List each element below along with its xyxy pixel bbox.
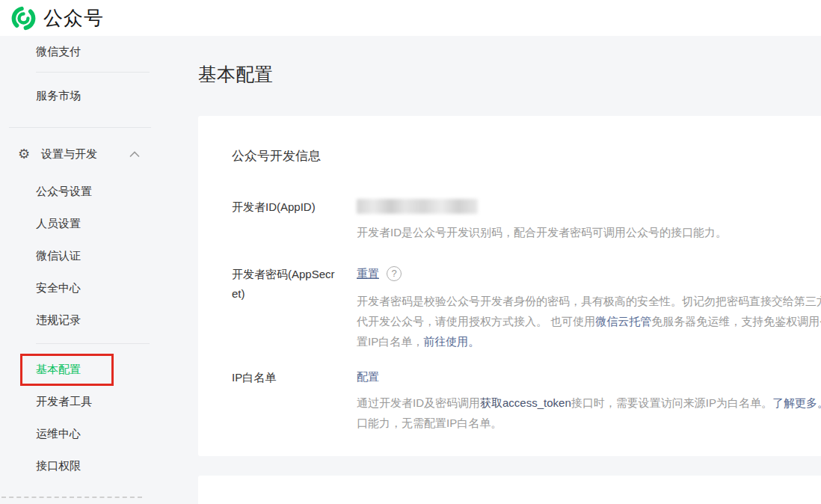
- description-text: 置IP白名单，: [357, 335, 423, 348]
- description-text: 免服务器免运维，支持免鉴权调用公: [651, 315, 821, 328]
- field-label: 开发者密码(AppSecret): [232, 265, 337, 304]
- dev-info-card: 公众号开发信息 开发者ID(AppID)开发者ID是公众号开发识别码，配合开发者…: [198, 116, 821, 456]
- sidebar-divider: [36, 72, 150, 73]
- field-description: 开发者ID是公众号开发识别码，配合开发者密码可调用公众号的接口能力。: [357, 222, 821, 242]
- sidebar-item-开发者工具[interactable]: 开发者工具: [0, 386, 198, 418]
- sidebar-item-安全中心[interactable]: 安全中心: [0, 272, 198, 304]
- sidebar-item-人员设置[interactable]: 人员设置: [0, 208, 198, 240]
- 重置-link[interactable]: 重置: [357, 267, 379, 281]
- appsecret-row: 开发者密码(AppSecret)重置?开发者密码是校验公众号开发者身份的密码，具…: [232, 265, 821, 351]
- chevron-up-icon[interactable]: [129, 151, 140, 158]
- help-question-icon[interactable]: ?: [387, 266, 402, 281]
- sidebar-section-label: 设置与开发: [41, 147, 97, 162]
- --link[interactable]: 。: [817, 396, 821, 409]
- sidebar-item-微信认证[interactable]: 微信认证: [0, 240, 198, 272]
- 了解更多-link[interactable]: 了解更多: [772, 396, 817, 409]
- field-content: 重置?开发者密码是校验公众号开发者身份的密码，具有极高的安全性。切记勿把密码直接…: [357, 265, 821, 351]
- description-line: 口能力，无需配置IP白名单。: [357, 413, 821, 433]
- sidebar-item-违规记录[interactable]: 违规记录: [0, 304, 198, 336]
- field-label: IP白名单: [232, 368, 337, 387]
- sidebar-dashed-divider: [1, 497, 142, 498]
- description-line: 开发者密码是校验公众号开发者身份的密码，具有极高的安全性。切记勿把密码直接交给第…: [357, 291, 821, 311]
- description-line: 置IP白名单，前往使用。: [357, 331, 821, 351]
- description-text: 开发者密码是校验公众号开发者身份的密码，具有极高的安全性。切记勿把密码直接交给第…: [357, 295, 821, 307]
- 获取access_token-link[interactable]: 获取access_token: [480, 396, 571, 409]
- 微信云托管-link[interactable]: 微信云托管: [595, 315, 651, 328]
- description-text: 通过开发者ID及密码调用: [357, 396, 480, 409]
- sidebar-divider: [36, 343, 150, 344]
- sidebar-item-接口权限[interactable]: 接口权限: [0, 450, 198, 482]
- description-text: 开发者ID是公众号开发识别码，配合开发者密码可调用公众号的接口能力。: [357, 226, 727, 239]
- page: 公众号 微信支付服务市场⚙设置与开发公众号设置人员设置微信认证安全中心违规记录基…: [0, 0, 821, 504]
- brand-title: 公众号: [43, 5, 104, 31]
- sidebar-divider: [9, 127, 151, 128]
- ip-whitelist-row: IP白名单配置通过开发者ID及密码调用获取access_token接口时，需要设…: [232, 368, 821, 433]
- sidebar-item-微信支付[interactable]: 微信支付: [0, 36, 198, 67]
- field-content: 配置通过开发者ID及密码调用获取access_token接口时，需要设置访问来源…: [357, 368, 821, 433]
- sidebar-section-设置与开发[interactable]: ⚙设置与开发: [0, 138, 198, 170]
- gear-icon: ⚙: [16, 146, 31, 162]
- next-card: [198, 476, 821, 504]
- sidebar: 微信支付服务市场⚙设置与开发公众号设置人员设置微信认证安全中心违规记录基本配置开…: [0, 36, 198, 504]
- field-label: 开发者ID(AppID): [232, 197, 337, 217]
- main-content: 基本配置 公众号开发信息 开发者ID(AppID)开发者ID是公众号开发识别码，…: [198, 36, 821, 504]
- dev-info-rows: 开发者ID(AppID)开发者ID是公众号开发识别码，配合开发者密码可调用公众号…: [232, 197, 821, 433]
- action-line: 配置: [357, 368, 821, 386]
- 配置-link[interactable]: 配置: [357, 370, 379, 384]
- sidebar-item-服务市场[interactable]: 服务市场: [0, 80, 198, 111]
- description-line: 开发者ID是公众号开发识别码，配合开发者密码可调用公众号的接口能力。: [357, 222, 821, 242]
- appid-row: 开发者ID(AppID)开发者ID是公众号开发识别码，配合开发者密码可调用公众号…: [232, 197, 821, 242]
- --link[interactable]: 。: [468, 335, 479, 348]
- field-description: 通过开发者ID及密码调用获取access_token接口时，需要设置访问来源IP…: [357, 393, 821, 433]
- page-title: 基本配置: [198, 61, 821, 87]
- description-text: 代开发公众号，请使用授权方式接入。 也可使用: [357, 315, 595, 328]
- action-line: 重置?: [357, 265, 821, 283]
- sidebar-item-基本配置[interactable]: 基本配置: [36, 363, 81, 377]
- description-line: 代开发公众号，请使用授权方式接入。 也可使用微信云托管免服务器免运维，支持免鉴权…: [357, 311, 821, 331]
- official-accounts-logo-icon: [10, 5, 37, 31]
- description-line: 通过开发者ID及密码调用获取access_token接口时，需要设置访问来源IP…: [357, 393, 821, 413]
- redacted-appid-value: [357, 199, 478, 214]
- description-text: 口能力，无需配置IP白名单。: [357, 417, 502, 429]
- field-content: 开发者ID是公众号开发识别码，配合开发者密码可调用公众号的接口能力。: [357, 197, 821, 242]
- card-title: 公众号开发信息: [232, 147, 821, 165]
- app-header: 公众号: [0, 0, 821, 36]
- field-description: 开发者密码是校验公众号开发者身份的密码，具有极高的安全性。切记勿把密码直接交给第…: [357, 291, 821, 351]
- 前往使用-link[interactable]: 前往使用: [423, 335, 468, 348]
- sidebar-item-公众号设置[interactable]: 公众号设置: [0, 176, 198, 208]
- sidebar-item-运维中心[interactable]: 运维中心: [0, 418, 198, 450]
- description-text: 接口时，需要设置访问来源IP为白名单。: [571, 396, 772, 409]
- annotation-highlight-box: 基本配置: [20, 354, 114, 386]
